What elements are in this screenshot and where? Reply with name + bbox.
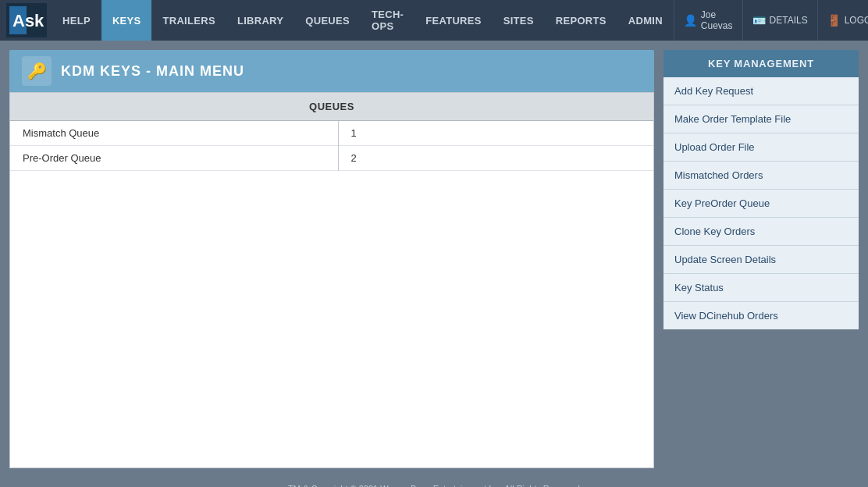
logout-label: LOGOUT bbox=[845, 15, 868, 26]
nav-right: 👤 Joe Cuevas 🪪 DETAILS 🚪 LOGOUT bbox=[674, 0, 868, 41]
sidebar-item-7[interactable]: Key Status bbox=[663, 274, 859, 302]
nav-links: HELP KEYS TRAILERS LIBRARY QUEUES TECH-O… bbox=[52, 0, 674, 41]
nav-item-help[interactable]: HELP bbox=[52, 0, 101, 41]
nav-item-features[interactable]: FEATURES bbox=[414, 0, 493, 41]
details-icon: 🪪 bbox=[752, 14, 766, 27]
logo[interactable]: Ask bbox=[6, 3, 47, 37]
queue-count-cell: 2 bbox=[338, 146, 653, 171]
main-wrapper: 🔑 KDM KEYS - MAIN MENU QUEUES Mismatch Q… bbox=[0, 41, 868, 478]
sidebar: KEY MANAGEMENT Add Key RequestMake Order… bbox=[663, 41, 868, 478]
queue-table: Mismatch Queue 1 Pre-Order Queue 2 bbox=[10, 121, 653, 171]
queue-count-cell: 1 bbox=[338, 121, 653, 146]
key-icon: 🔑 bbox=[27, 62, 47, 80]
svg-text:Ask: Ask bbox=[12, 11, 44, 30]
footer: TM & Copyright © 2021 Warner Bros. Enter… bbox=[0, 478, 868, 487]
details-button[interactable]: 🪪 DETAILS bbox=[742, 0, 817, 41]
queues-column-header: QUEUES bbox=[10, 93, 653, 121]
user-icon: 👤 bbox=[684, 14, 697, 27]
sidebar-item-6[interactable]: Update Screen Details bbox=[663, 246, 859, 274]
sidebar-item-4[interactable]: Key PreOrder Queue bbox=[663, 190, 859, 218]
copyright-text: TM & Copyright © 2021 Warner Bros. Enter… bbox=[288, 484, 580, 487]
sidebar-item-1[interactable]: Make Order Template File bbox=[663, 105, 859, 133]
table-row[interactable]: Pre-Order Queue 2 bbox=[10, 146, 653, 171]
content-area: 🔑 KDM KEYS - MAIN MENU QUEUES Mismatch Q… bbox=[0, 41, 663, 478]
top-navigation: Ask HELP KEYS TRAILERS LIBRARY QUEUES TE… bbox=[0, 0, 868, 41]
header-icon: 🔑 bbox=[22, 56, 52, 86]
nav-item-library[interactable]: LIBRARY bbox=[226, 0, 294, 41]
nav-item-reports[interactable]: REPORTS bbox=[545, 0, 617, 41]
queue-table-container: QUEUES Mismatch Queue 1 Pre-Order Queue … bbox=[9, 92, 654, 468]
sidebar-item-5[interactable]: Clone Key Orders bbox=[663, 218, 859, 246]
logout-icon: 🚪 bbox=[827, 14, 841, 27]
logout-button[interactable]: 🚪 LOGOUT bbox=[817, 0, 868, 41]
nav-item-techops[interactable]: TECH-OPS bbox=[361, 0, 414, 41]
nav-item-sites[interactable]: SITES bbox=[493, 0, 545, 41]
nav-item-keys[interactable]: KEYS bbox=[101, 0, 152, 41]
sidebar-header: KEY MANAGEMENT bbox=[663, 50, 859, 77]
details-label: DETAILS bbox=[770, 15, 808, 26]
nav-item-trailers[interactable]: TRAILERS bbox=[151, 0, 226, 41]
page-header: 🔑 KDM KEYS - MAIN MENU bbox=[9, 50, 654, 92]
table-row[interactable]: Mismatch Queue 1 bbox=[10, 121, 653, 146]
username: Joe Cuevas bbox=[701, 9, 733, 31]
sidebar-item-2[interactable]: Upload Order File bbox=[663, 133, 859, 162]
sidebar-items: Add Key RequestMake Order Template FileU… bbox=[663, 77, 859, 329]
queue-name-cell: Pre-Order Queue bbox=[10, 146, 338, 171]
user-info: 👤 Joe Cuevas bbox=[674, 0, 742, 41]
sidebar-item-0[interactable]: Add Key Request bbox=[663, 77, 859, 105]
queue-name-cell: Mismatch Queue bbox=[10, 121, 338, 146]
nav-item-queues[interactable]: QUEUES bbox=[294, 0, 361, 41]
sidebar-item-3[interactable]: Mismatched Orders bbox=[663, 162, 859, 190]
page-title: KDM KEYS - MAIN MENU bbox=[61, 63, 244, 80]
nav-item-admin[interactable]: ADMIN bbox=[617, 0, 674, 41]
sidebar-item-8[interactable]: View DCinehub Orders bbox=[663, 302, 859, 329]
